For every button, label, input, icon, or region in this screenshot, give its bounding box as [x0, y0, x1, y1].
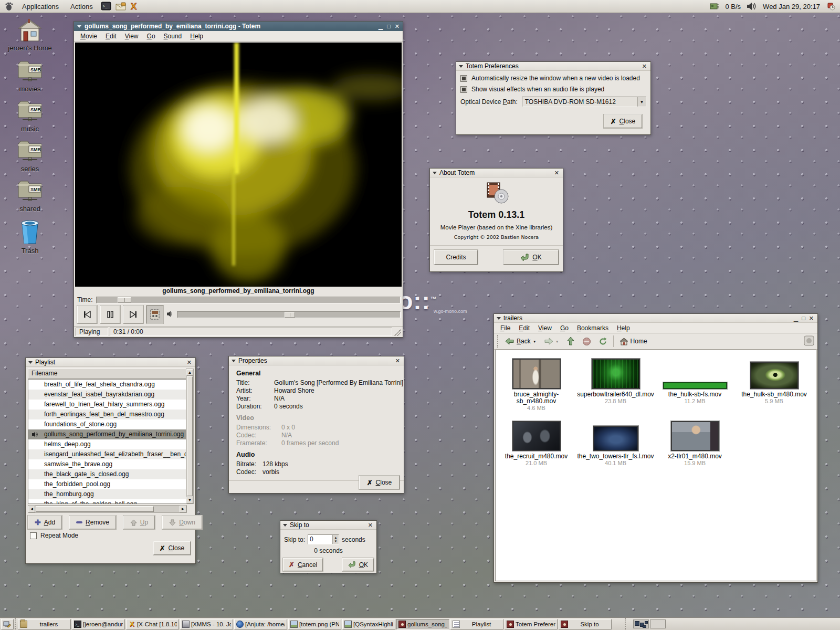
task-xmms[interactable]: [XMMS - 10. John [180, 619, 233, 629]
menu-go[interactable]: Go [143, 32, 160, 41]
show-desktop-button[interactable] [1, 619, 14, 629]
preferences-titlebar[interactable]: Totem Preferences ✕ [456, 62, 650, 71]
task-trailers[interactable]: trailers [18, 619, 71, 629]
file-hulk-sb-m480[interactable]: the_hulk-sb_m480.mov 5.9 MB [734, 355, 814, 417]
optical-device-combo[interactable]: TOSHIBA DVD-ROM SD-M1612 ▼ [522, 97, 646, 107]
file-recruit[interactable]: the_recruit_m480.mov 21.0 MB [497, 417, 576, 479]
down-button[interactable]: Down [162, 516, 202, 529]
close-icon[interactable]: ✕ [186, 359, 193, 366]
playlist-close-button[interactable]: ✗Close [153, 541, 191, 555]
playlist-item[interactable]: farewell_to_Irien_feat_hilary_summers.og… [28, 400, 186, 410]
credits-button[interactable]: Credits [434, 250, 478, 265]
seek-slider[interactable] [96, 297, 401, 303]
forward-button[interactable]: ▼ [542, 336, 561, 346]
properties-close-button[interactable]: ✗Close [359, 476, 400, 489]
menu-edit[interactable]: Edit [101, 32, 121, 41]
menu-view[interactable]: View [534, 323, 556, 333]
preferences-close-button[interactable]: ✗Close [604, 114, 642, 128]
workspace-switcher[interactable] [633, 620, 666, 628]
menu-go[interactable]: Go [556, 323, 573, 333]
spinner-arrows-icon[interactable]: ▲▼ [332, 535, 339, 544]
playlist-item[interactable]: isengard_unleashed_feat_elizabeth_fraser… [28, 449, 186, 459]
trailers-titlebar[interactable]: trailers ▁ □ ✕ [494, 314, 817, 323]
window-menu-icon[interactable] [459, 65, 463, 68]
playlist-item[interactable]: breath_of_life_feat_sheila_chandra.ogg [28, 380, 186, 390]
desktop-icon-home[interactable]: jeroen's Home [7, 19, 52, 52]
playlist-item[interactable]: forth_eorlingas_feat_ben_del_maestro.ogg [28, 410, 186, 419]
playlist-item[interactable]: evenstar_feat_isabel_bayrakdarian.ogg [28, 390, 186, 400]
maximize-icon[interactable]: □ [387, 23, 391, 30]
back-history-chevron-icon[interactable]: ▼ [533, 340, 537, 343]
menu-edit[interactable]: Edit [514, 323, 534, 333]
xchat-launcher-icon[interactable]: X [130, 1, 141, 12]
task-totem-preferences[interactable]: Totem Preference [505, 619, 558, 629]
playlist-titlebar[interactable]: Playlist ✕ [26, 358, 195, 367]
playlist-vertical-scrollbar[interactable]: ▲ ▼ [186, 369, 194, 504]
video-thumbnail[interactable] [512, 359, 561, 389]
workspace-2[interactable] [650, 620, 666, 628]
menu-view[interactable]: View [121, 32, 143, 41]
ok-button[interactable]: OK [503, 250, 559, 265]
playlist-item[interactable]: the_king_of_the_golden_hall.ogg [28, 499, 186, 504]
minimize-icon[interactable]: ▁ [794, 315, 798, 322]
window-menu-icon[interactable] [28, 361, 33, 364]
home-button[interactable]: Home [618, 337, 649, 346]
playlist-item[interactable]: foundations_of_stone.ogg [28, 419, 186, 429]
visual-effects-checkbox[interactable] [460, 86, 467, 93]
playlist-item-current[interactable]: gollums_song_performed_by_emiliana_torri… [28, 429, 186, 439]
playlist-item[interactable]: helms_deep.ogg [28, 439, 186, 449]
volume-icon[interactable] [746, 1, 758, 12]
menu-sound[interactable]: Sound [160, 32, 186, 41]
playlist-horizontal-scrollbar[interactable]: ◄ ► [28, 505, 187, 513]
scroll-down-icon[interactable]: ▼ [186, 497, 193, 503]
close-icon[interactable]: ✕ [367, 522, 374, 529]
previous-button[interactable] [77, 306, 97, 323]
repeat-mode-checkbox[interactable] [30, 532, 37, 539]
menu-actions[interactable]: Actions [66, 2, 97, 12]
toolbar-grip[interactable] [497, 335, 499, 348]
cancel-button[interactable]: ✗Cancel [283, 558, 323, 571]
add-button[interactable]: ✚Add [28, 516, 62, 529]
file-x2[interactable]: x2-tlr01_m480.mov 15.9 MB [655, 417, 734, 479]
minimize-icon[interactable]: ▁ [379, 23, 383, 30]
video-thumbnail[interactable] [671, 421, 719, 451]
desktop-icon-movies[interactable]: SMB movies [7, 59, 52, 93]
scroll-left-icon[interactable]: ◄ [28, 506, 35, 512]
menu-help[interactable]: Help [186, 32, 207, 41]
close-icon[interactable]: ✕ [809, 315, 814, 322]
auto-resize-checkbox[interactable] [460, 75, 467, 82]
up-button[interactable] [565, 335, 576, 347]
desktop-icon-shared[interactable]: SMB shared [7, 178, 52, 213]
playlist-item[interactable]: the_hornburg.ogg [28, 489, 186, 499]
task-terminal[interactable]: [jeroen@anduril:~ [72, 619, 125, 629]
up-button[interactable]: Up [123, 516, 155, 529]
close-icon[interactable]: ✕ [553, 170, 560, 176]
playlist-item[interactable]: the_black_gate_is_closed.ogg [28, 469, 186, 479]
properties-titlebar[interactable]: Properties ✕ [229, 356, 404, 365]
volume-slider-thumb[interactable] [285, 312, 295, 318]
visualization-canvas[interactable] [75, 43, 402, 287]
ok-button[interactable]: OK [342, 558, 374, 571]
scrollbar-thumb[interactable] [36, 506, 154, 512]
clock[interactable]: Wed Jan 29, 20:17 [763, 3, 820, 10]
menu-help[interactable]: Help [613, 323, 634, 333]
scroll-right-icon[interactable]: ► [180, 506, 186, 512]
close-icon[interactable]: ✕ [395, 23, 400, 30]
video-thumbnail[interactable] [593, 426, 638, 451]
desktop-icon-trash[interactable]: Trash [7, 217, 52, 255]
maximize-icon[interactable]: □ [802, 315, 805, 322]
chevron-down-icon[interactable]: ▼ [637, 97, 646, 107]
totem-titlebar[interactable]: gollums_song_performed_by_emiliana_torri… [74, 22, 403, 31]
task-anjuta[interactable]: [Anjuta: /home/j [234, 619, 287, 629]
network-monitor-icon[interactable] [708, 1, 720, 12]
gnome-foot-icon[interactable] [3, 1, 15, 12]
scrollbar-thumb[interactable] [187, 376, 193, 496]
task-qsyntax[interactable]: [QSyntaxHighlight [342, 619, 395, 629]
mail-launcher-icon[interactable] [115, 1, 127, 12]
video-thumbnail[interactable] [512, 421, 561, 451]
taskbar-grip[interactable] [15, 618, 17, 630]
remove-button[interactable]: Remove [69, 516, 116, 529]
workspace-1[interactable] [633, 620, 649, 628]
scroll-up-icon[interactable]: ▲ [186, 369, 193, 376]
desktop-icon-series[interactable]: SMB series [7, 139, 52, 173]
